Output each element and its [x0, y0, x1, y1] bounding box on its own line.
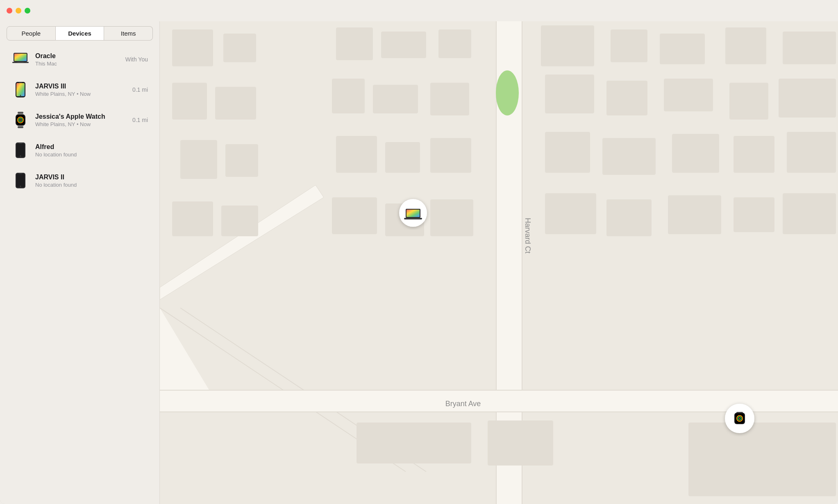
svg-rect-64	[172, 201, 213, 236]
device-jessica-watch-icon	[11, 111, 30, 129]
svg-rect-48	[430, 83, 469, 115]
device-jarvis2-subtitle: No location found	[35, 182, 142, 188]
device-jessica-watch-subtitle: White Plains, NY • Now	[35, 121, 127, 127]
svg-rect-56	[336, 136, 377, 173]
svg-rect-40	[611, 29, 647, 62]
svg-point-7	[20, 95, 21, 96]
svg-rect-9	[18, 126, 23, 128]
device-jarvis2-icon	[11, 172, 30, 190]
close-button[interactable]	[7, 8, 12, 14]
device-jarvis3-info: JARVIS III White Plains, NY • Now	[35, 83, 127, 97]
svg-rect-5	[16, 83, 25, 96]
svg-rect-62	[734, 136, 774, 173]
device-jessica-watch-name: Jessica's Apple Watch	[35, 113, 127, 120]
device-jarvis2[interactable]: JARVIS II No location found	[3, 166, 156, 195]
app-window: People Devices Items	[0, 0, 838, 504]
device-list: Oracle This Mac With You	[0, 41, 159, 504]
svg-rect-69	[545, 193, 596, 234]
svg-rect-71	[668, 195, 721, 234]
svg-rect-44	[172, 83, 207, 120]
sidebar: People Devices Items	[0, 21, 160, 504]
device-jarvis3-icon	[11, 81, 30, 99]
device-oracle-subtitle: This Mac	[35, 61, 120, 67]
svg-rect-21	[19, 173, 22, 174]
svg-rect-16	[16, 144, 25, 157]
svg-rect-55	[225, 144, 258, 177]
device-jarvis3-distance: 0.1 mi	[132, 86, 148, 93]
tab-people[interactable]: People	[7, 26, 56, 41]
tab-items[interactable]: Items	[104, 26, 153, 41]
svg-point-77	[496, 70, 519, 115]
svg-rect-34	[172, 29, 213, 66]
svg-rect-41	[660, 34, 705, 64]
svg-rect-57	[385, 142, 420, 173]
svg-rect-45	[215, 87, 256, 120]
svg-rect-76	[688, 423, 836, 496]
svg-rect-6	[19, 82, 22, 83]
svg-rect-38	[438, 29, 471, 58]
svg-rect-54	[180, 140, 217, 179]
traffic-lights	[7, 8, 30, 14]
svg-rect-52	[729, 83, 768, 120]
fullscreen-button[interactable]	[25, 8, 30, 14]
svg-rect-66	[332, 197, 377, 234]
device-alfred-subtitle: No location found	[35, 151, 142, 158]
device-alfred[interactable]: Alfred No location found	[3, 136, 156, 165]
svg-rect-60	[602, 138, 656, 175]
main-content: People Devices Items	[0, 21, 838, 504]
tab-devices[interactable]: Devices	[56, 26, 104, 41]
device-jarvis3-subtitle: White Plains, NY • Now	[35, 91, 127, 97]
svg-rect-46	[332, 79, 365, 113]
device-oracle-name: Oracle	[35, 52, 120, 60]
svg-rect-59	[545, 132, 590, 173]
svg-point-22	[20, 186, 21, 187]
svg-rect-63	[787, 132, 836, 173]
device-oracle-distance: With You	[125, 56, 148, 63]
svg-rect-39	[541, 25, 594, 66]
svg-rect-72	[734, 197, 774, 232]
svg-rect-17	[19, 143, 22, 144]
svg-rect-1	[14, 54, 27, 61]
device-oracle-icon	[11, 50, 30, 68]
svg-rect-37	[381, 32, 426, 58]
svg-rect-49	[545, 75, 594, 113]
title-bar	[0, 0, 838, 21]
map-svg: Harvard Ct Bryant Ave	[160, 21, 838, 504]
svg-rect-43	[783, 32, 836, 64]
svg-rect-32	[160, 390, 838, 391]
svg-rect-36	[336, 27, 373, 60]
svg-rect-50	[606, 81, 647, 115]
device-oracle-info: Oracle This Mac	[35, 52, 120, 67]
svg-point-18	[20, 156, 21, 157]
svg-rect-61	[672, 134, 719, 173]
device-alfred-icon	[11, 141, 30, 159]
svg-rect-42	[725, 27, 766, 64]
svg-rect-82	[407, 210, 420, 217]
device-jessica-watch-distance: 0.1 mi	[132, 117, 148, 123]
svg-text:Harvard Ct: Harvard Ct	[524, 218, 532, 253]
svg-point-14	[20, 120, 21, 121]
svg-rect-58	[430, 138, 471, 173]
svg-rect-35	[223, 34, 256, 62]
svg-rect-74	[357, 423, 471, 463]
device-jessica-watch-info: Jessica's Apple Watch White Plains, NY •…	[35, 113, 127, 127]
svg-rect-75	[488, 420, 553, 466]
device-jarvis2-info: JARVIS II No location found	[35, 174, 142, 188]
svg-point-91	[739, 418, 740, 419]
svg-rect-65	[221, 206, 258, 236]
svg-rect-83	[404, 218, 422, 219]
device-jarvis3[interactable]: JARVIS III White Plains, NY • Now 0.1 mi	[3, 75, 156, 104]
device-oracle[interactable]: Oracle This Mac With You	[3, 45, 156, 74]
svg-text:Bryant Ave: Bryant Ave	[445, 400, 481, 408]
map-area[interactable]: Harvard Ct Bryant Ave	[160, 21, 838, 504]
svg-rect-20	[16, 174, 25, 187]
tab-bar: People Devices Items	[0, 21, 159, 41]
device-jessica-watch[interactable]: Jessica's Apple Watch White Plains, NY •…	[3, 105, 156, 135]
svg-rect-73	[783, 193, 836, 234]
svg-rect-47	[373, 85, 418, 113]
device-alfred-info: Alfred No location found	[35, 143, 142, 158]
svg-rect-68	[430, 199, 473, 236]
minimize-button[interactable]	[16, 8, 21, 14]
svg-rect-70	[606, 199, 652, 236]
svg-rect-8	[18, 112, 23, 114]
